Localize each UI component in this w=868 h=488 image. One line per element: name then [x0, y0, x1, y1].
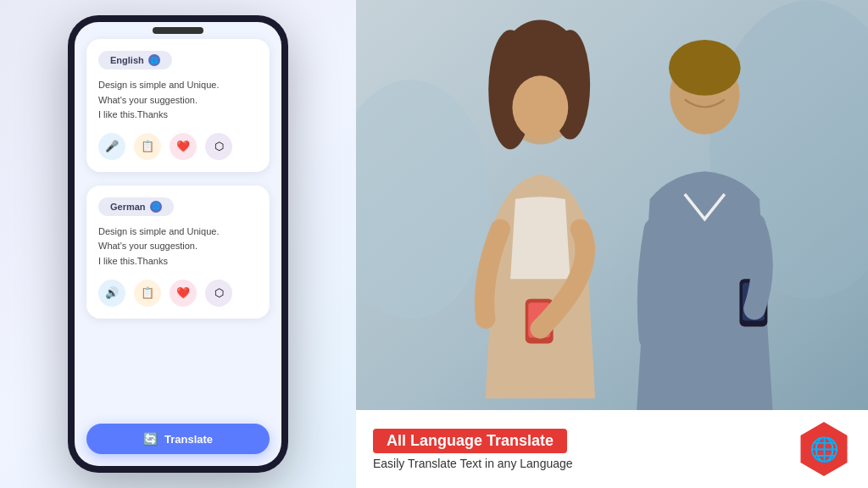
phone-screen: English 🌐 Design is simple and Unique. W…: [75, 22, 281, 466]
photo-background: All Language Translate Easily Translate …: [356, 0, 868, 488]
right-panel: All Language Translate Easily Translate …: [356, 0, 868, 488]
translate-icon: 🔄: [143, 432, 158, 446]
bottom-banner: All Language Translate Easily Translate …: [356, 410, 868, 488]
phone-mockup: English 🌐 Design is simple and Unique. W…: [68, 15, 288, 473]
banner-logo-hexagon: 🌐: [797, 422, 851, 476]
source-text: Design is simple and Unique. What's your…: [98, 78, 258, 123]
speaker-button[interactable]: 🔊: [98, 280, 125, 307]
source-language-pill[interactable]: English 🌐: [98, 51, 172, 69]
svg-point-11: [669, 40, 741, 96]
target-globe-icon: 🌐: [150, 201, 162, 213]
svg-point-7: [512, 75, 568, 139]
translate-button[interactable]: 🔄 Translate: [86, 424, 270, 454]
banner-title: All Language Translate: [373, 429, 567, 453]
translate-label: Translate: [164, 433, 213, 446]
banner-subtitle: Easily Translate Text in any Language: [373, 457, 797, 470]
copy-button-target[interactable]: 📋: [134, 280, 161, 307]
share-button-source[interactable]: ⬡: [205, 133, 232, 160]
mic-button[interactable]: 🎤: [98, 133, 125, 160]
target-action-buttons: 🔊 📋 ❤️ ⬡: [98, 280, 258, 307]
source-card: English 🌐 Design is simple and Unique. W…: [86, 39, 270, 172]
favorite-button-target[interactable]: ❤️: [170, 280, 197, 307]
banner-content: All Language Translate Easily Translate …: [373, 429, 797, 470]
favorite-button-source[interactable]: ❤️: [170, 133, 197, 160]
target-card: German 🌐 Design is simple and Unique. Wh…: [86, 186, 270, 319]
share-button-target[interactable]: ⬡: [205, 280, 232, 307]
banner-globe-icon: 🌐: [810, 435, 839, 463]
target-language-pill[interactable]: German 🌐: [98, 197, 174, 216]
source-lang-selector[interactable]: English 🌐: [98, 51, 258, 69]
source-action-buttons: 🎤 📋 ❤️ ⬡: [98, 133, 258, 160]
source-lang-label: English: [110, 55, 144, 65]
target-lang-label: German: [110, 202, 146, 212]
source-globe-icon: 🌐: [148, 54, 160, 66]
target-text: Design is simple and Unique. What's your…: [98, 225, 258, 269]
left-panel: English 🌐 Design is simple and Unique. W…: [0, 0, 356, 488]
copy-button-source[interactable]: 📋: [134, 133, 161, 160]
target-lang-selector[interactable]: German 🌐: [98, 197, 258, 216]
